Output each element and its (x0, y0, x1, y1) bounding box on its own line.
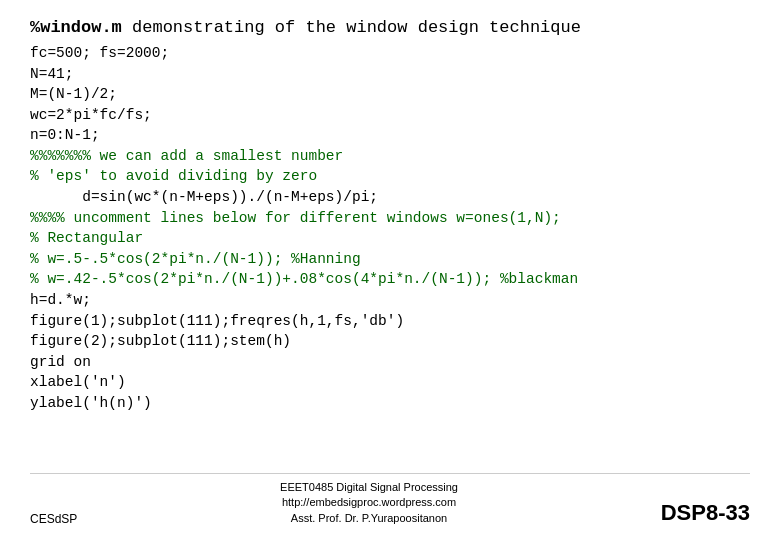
code-line-1: N=41; (30, 64, 750, 85)
code-line-10: % w=.5-.5*cos(2*pi*n./(N-1)); %Hanning (30, 249, 750, 270)
code-line-12: h=d.*w; (30, 290, 750, 311)
footer: CESdSP EEET0485 Digital Signal Processin… (30, 473, 750, 526)
code-line-9: % Rectangular (30, 228, 750, 249)
code-line-5: %%%%%%% we can add a smallest number (30, 146, 750, 167)
footer-left: CESdSP (30, 512, 77, 526)
code-line-8: %%%% uncomment lines below for different… (30, 208, 750, 229)
footer-center: EEET0485 Digital Signal Processing http:… (280, 480, 458, 526)
page: %window.m demonstrating of the window de… (0, 0, 780, 540)
code-line-14: figure(2);subplot(111);stem(h) (30, 331, 750, 352)
code-line-15: grid on (30, 352, 750, 373)
code-line-7: d=sin(wc*(n-M+eps))./(n-M+eps)/pi; (30, 187, 750, 208)
code-line-2: M=(N-1)/2; (30, 84, 750, 105)
footer-right: DSP8-33 (661, 500, 750, 526)
code-line-17: ylabel('h(n)') (30, 393, 750, 414)
title-rest: demonstrating of the window design techn… (122, 18, 581, 37)
code-line-11: % w=.42-.5*cos(2*pi*n./(N-1))+.08*cos(4*… (30, 269, 750, 290)
code-line-0: fc=500; fs=2000; (30, 43, 750, 64)
footer-center-line2: http://embedsigproc.wordpress.com (280, 495, 458, 510)
footer-center-line3: Asst. Prof. Dr. P.Yurapoositanon (280, 511, 458, 526)
code-line-6: % 'eps' to avoid dividing by zero (30, 166, 750, 187)
title-bold: %window.m (30, 18, 122, 37)
title-line: %window.m demonstrating of the window de… (30, 18, 750, 37)
code-line-13: figure(1);subplot(111);freqres(h,1,fs,'d… (30, 311, 750, 332)
code-line-4: n=0:N-1; (30, 125, 750, 146)
code-line-16: xlabel('n') (30, 372, 750, 393)
code-block: fc=500; fs=2000;N=41;M=(N-1)/2;wc=2*pi*f… (30, 43, 750, 463)
footer-center-line1: EEET0485 Digital Signal Processing (280, 480, 458, 495)
code-line-3: wc=2*pi*fc/fs; (30, 105, 750, 126)
